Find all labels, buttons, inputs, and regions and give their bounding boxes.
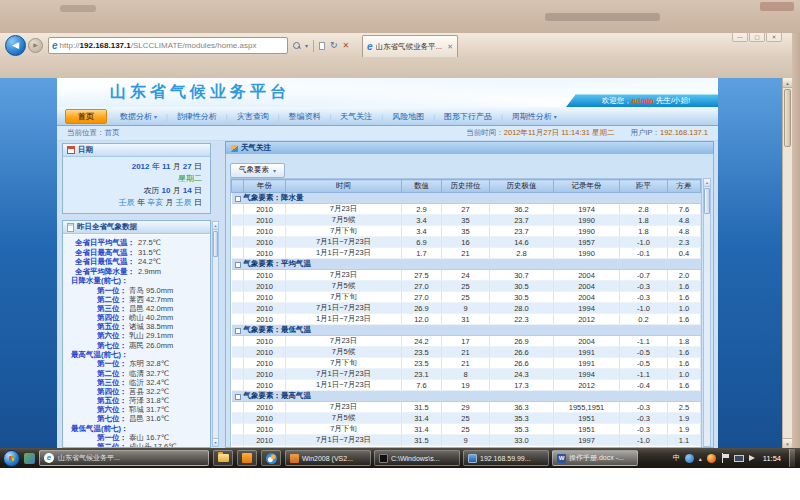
cell: 25: [442, 424, 490, 435]
section-row[interactable]: 气象要素：降水量: [232, 193, 701, 204]
table-row[interactable]: 20107月下旬31.42535.31951-0.31.9: [232, 424, 701, 435]
scrollbar-thumb[interactable]: [213, 231, 218, 257]
chevron-down-icon[interactable]: ▾: [305, 42, 308, 49]
nav-item-6[interactable]: 风险地图: [383, 111, 433, 122]
taskbar-ie-window[interactable]: e 山东省气候业务平...: [39, 450, 209, 466]
maximize-button[interactable]: ▢: [749, 33, 765, 42]
language-indicator[interactable]: 中: [673, 453, 680, 463]
cell: 16: [442, 237, 490, 248]
nav-item-1[interactable]: 数据分析▾: [111, 111, 166, 122]
table-row[interactable]: 20107月1日~7月23日26.9928.01994-1.01.0: [232, 303, 701, 314]
cell: 23.1: [402, 369, 442, 380]
table-header-row: 年份时间数值历史排位历史极值记录年份距平方差: [232, 180, 701, 193]
stat-value: 31.5℃: [138, 248, 161, 258]
sidebar-scrollbar[interactable]: ▴ ▾: [212, 221, 219, 447]
row-lead-cell: [232, 369, 244, 380]
search-icon[interactable]: [293, 42, 300, 49]
nav-item-0[interactable]: 首页: [65, 109, 107, 124]
element-filter-button[interactable]: 气象要素 ▾: [230, 163, 285, 178]
scroll-down-icon[interactable]: ▾: [783, 438, 792, 448]
taskbar-button-0[interactable]: Win2008 (VS2...: [285, 450, 371, 466]
nav-item-7[interactable]: 图形下行产品: [435, 111, 501, 122]
checkbox[interactable]: [235, 196, 241, 202]
table-row[interactable]: 20107月1日~7月23日31.5933.01997-1.01.1: [232, 435, 701, 446]
quick-launch-icon[interactable]: [24, 453, 35, 464]
taskbar-button-1[interactable]: C:\Windows\s...: [374, 450, 460, 466]
rank-row: 第二位：莱西 42.7mm: [63, 295, 210, 304]
section-row[interactable]: 气象要素：最低气温: [232, 325, 701, 336]
taskbar-media-player-button[interactable]: [261, 450, 281, 466]
table-row[interactable]: 20107月23日2.92736.219742.87.6: [232, 204, 701, 215]
qq-icon[interactable]: [685, 454, 694, 463]
table-row[interactable]: 20107月5候23.52126.61991-0.51.6: [232, 347, 701, 358]
table-row[interactable]: 20107月5候3.43523.719901.84.8: [232, 215, 701, 226]
section-label: 气象要素：降水量: [244, 193, 701, 204]
section-row[interactable]: 气象要素：平均气温: [232, 259, 701, 270]
action-center-flag-icon[interactable]: [721, 453, 729, 463]
table-row[interactable]: 20101月1日~7月23日12.03122.320120.21.6: [232, 314, 701, 325]
compatibility-view-icon[interactable]: [319, 42, 325, 50]
table-row[interactable]: 20107月1日~7月23日23.1824.31994-1.11.0: [232, 369, 701, 380]
nav-item-8[interactable]: 周期性分析▾: [503, 111, 566, 122]
taskbar-app-button[interactable]: [237, 450, 257, 466]
text-segment: 农历: [143, 186, 161, 195]
table-row[interactable]: 20107月下旬27.02530.52004-0.31.6: [232, 292, 701, 303]
table-row[interactable]: 20107月23日27.52430.72004-0.72.0: [232, 270, 701, 281]
cell: 2010: [244, 204, 286, 215]
tab-close-icon[interactable]: ✕: [447, 43, 453, 51]
table-row[interactable]: 20101月1日~7月23日7.61917.32012-0.41.6: [232, 380, 701, 391]
cell: [668, 446, 701, 448]
browser-tab[interactable]: e 山东省气候业务平... ✕: [362, 35, 458, 57]
stop-icon[interactable]: ✕: [343, 42, 350, 50]
checkbox[interactable]: [235, 262, 241, 268]
nav-item-2[interactable]: 韵律性分析: [168, 111, 226, 122]
address-bar[interactable]: e http://192.168.137.1/SLCCLIMATE/module…: [48, 37, 288, 54]
nav-item-3[interactable]: 灾害查询: [228, 111, 278, 122]
scroll-down-icon[interactable]: ▾: [213, 438, 218, 446]
table-row[interactable]: 20107月23日31.52936.31955,1951-0.32.5: [232, 402, 701, 413]
rank-value: 菏泽 31.8℃: [129, 396, 169, 405]
firefox-icon[interactable]: [707, 454, 716, 463]
table-row[interactable]: 20107月23日24.21726.92004-1.11.8: [232, 336, 701, 347]
cell: 23.5: [402, 358, 442, 369]
table-row[interactable]: 20101月1日~7月23日1.7212.81990-0.10.4: [232, 248, 701, 259]
browser-scrollbar[interactable]: ▴ ▾: [782, 78, 792, 448]
network-icon[interactable]: [734, 455, 744, 462]
checkbox[interactable]: [235, 328, 241, 334]
rank-value: 乳山 29.1mm: [129, 331, 173, 340]
taskbar-explorer-button[interactable]: [213, 450, 233, 466]
start-button[interactable]: [3, 450, 20, 467]
hidden-icons-chevron-icon[interactable]: ▴: [699, 455, 702, 462]
nav-item-5[interactable]: 天气关注: [331, 111, 381, 122]
nav-item-4[interactable]: 整编资料: [280, 111, 330, 122]
table-row[interactable]: 20107月下旬3.43523.719901.84.8: [232, 226, 701, 237]
cell: 27.0: [402, 281, 442, 292]
checkbox[interactable]: [235, 394, 241, 400]
taskbar-button-2[interactable]: 192.168.59.99...: [463, 450, 549, 466]
show-desktop-button[interactable]: [789, 449, 795, 467]
close-button[interactable]: ✕: [766, 33, 782, 42]
minimize-button[interactable]: —: [732, 33, 748, 42]
scrollbar-thumb[interactable]: [784, 89, 791, 147]
section-row[interactable]: 气象要素：最高气温: [232, 391, 701, 402]
cell: 3.4: [402, 226, 442, 237]
scroll-up-icon[interactable]: ▴: [704, 179, 710, 187]
table-row[interactable]: 20107月5候27.02530.52004-0.31.6: [232, 281, 701, 292]
table-scrollbar[interactable]: ▴: [703, 178, 711, 447]
forward-button[interactable]: ▶: [28, 38, 43, 53]
rank-label: 第七位：: [75, 341, 127, 350]
cell: 35: [442, 215, 490, 226]
volume-icon[interactable]: [749, 455, 758, 461]
taskbar-clock[interactable]: 11:54: [763, 454, 781, 463]
scroll-up-icon[interactable]: ▴: [783, 78, 792, 88]
table-row[interactable]: 20101月1日~7月23日: [232, 446, 701, 448]
back-button[interactable]: ◀: [5, 35, 26, 56]
table-row[interactable]: 20107月1日~7月23日6.91614.61957-1.02.3: [232, 237, 701, 248]
cell: 8: [442, 369, 490, 380]
table-row[interactable]: 20107月下旬23.52126.61991-0.51.6: [232, 358, 701, 369]
scrollbar-thumb[interactable]: [704, 188, 710, 214]
table-row[interactable]: 20107月5候31.42535.31951-0.31.9: [232, 413, 701, 424]
refresh-icon[interactable]: ↻: [330, 41, 338, 50]
taskbar-button-3[interactable]: 操作手册.docx -...: [552, 450, 638, 466]
scroll-up-icon[interactable]: ▴: [213, 222, 218, 230]
